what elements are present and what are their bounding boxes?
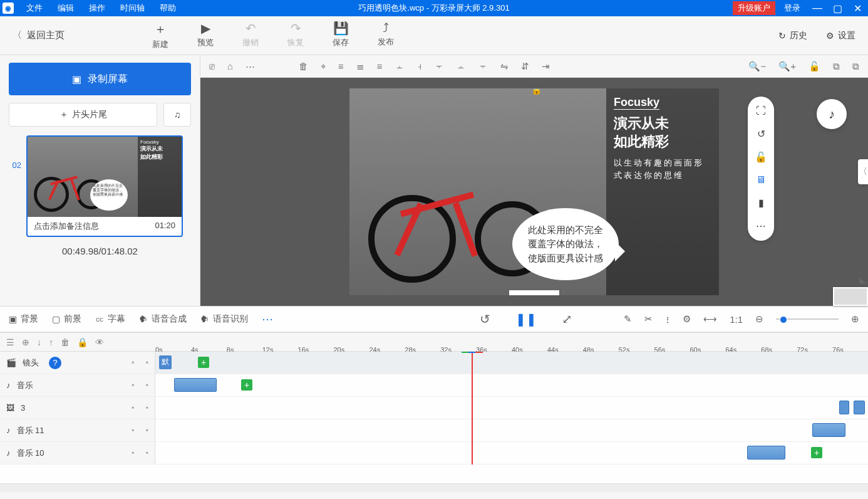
minimize-button[interactable]: —	[809, 3, 825, 14]
timeline-scrollbar[interactable]	[0, 483, 868, 492]
panel-expand-icon[interactable]: ◣	[859, 275, 868, 283]
pause-button[interactable]: ❚❚	[515, 312, 537, 327]
fullscreen-icon[interactable]: ⛶	[756, 105, 766, 117]
right-panel-toggle[interactable]: 〈	[858, 159, 868, 184]
menu-timeline[interactable]: 时间轴	[113, 3, 152, 14]
anchor-icon[interactable]: ⎚	[209, 61, 215, 71]
action-保存[interactable]: 💾保存	[333, 21, 349, 50]
fg-button[interactable]: ▢前景	[52, 313, 81, 325]
more-dots-icon[interactable]: ⋯	[756, 220, 766, 232]
asr-button[interactable]: 🗣语音识别	[200, 313, 248, 325]
canvas-expand-button[interactable]: ⌄	[509, 290, 559, 295]
close-button[interactable]: ✕	[849, 3, 865, 14]
add-clip-button[interactable]: +	[196, 354, 212, 370]
rotate-icon[interactable]: ↺	[757, 128, 765, 140]
timeline-clip[interactable]	[174, 378, 217, 392]
maximize-button[interactable]: ▢	[829, 3, 845, 14]
track-label[interactable]: ♪音乐••	[0, 374, 155, 396]
track-keyframe-dot[interactable]: •	[132, 403, 135, 412]
adjust-tool-icon[interactable]: ⚙	[683, 313, 691, 325]
tl-trash-icon[interactable]: 🗑	[61, 337, 70, 347]
desktop-view-icon[interactable]: 🖥	[756, 174, 766, 186]
track-keyframe-dot[interactable]: •	[145, 403, 148, 412]
track-keyframe-dot[interactable]: •	[132, 426, 135, 435]
align-middle-icon[interactable]: ⫞	[417, 61, 422, 71]
record-screen-button[interactable]: ▣ 录制屏幕	[9, 63, 191, 95]
timeline-clip[interactable]	[854, 401, 865, 414]
copy-icon[interactable]: ⧉	[833, 61, 840, 72]
tl-eye-icon[interactable]: 👁	[95, 337, 104, 347]
track-content[interactable]: +	[155, 374, 868, 396]
paste-icon[interactable]: ⧉	[852, 61, 859, 72]
tl-collapse-icon[interactable]: ☰	[6, 337, 14, 347]
minimap-thumbnail[interactable]	[833, 287, 868, 306]
track-content[interactable]	[155, 397, 868, 419]
default-marker[interactable]: 默	[159, 355, 172, 369]
speech-bubble[interactable]: 此处采用的不完全覆盖字体的做法，使版面更具设计感	[512, 208, 619, 281]
track-keyframe-dot[interactable]: •	[132, 448, 135, 458]
timeline-clip[interactable]	[812, 423, 845, 437]
track-keyframe-dot[interactable]: •	[145, 448, 148, 458]
history-button[interactable]: ↻ 历史	[778, 30, 807, 41]
back-home-button[interactable]: 〈 返回主页	[0, 29, 77, 41]
mobile-view-icon[interactable]: ▮	[758, 197, 764, 209]
align-right-icon[interactable]: ≡	[377, 61, 383, 71]
clip-note[interactable]: 点击添加备注信息	[34, 221, 99, 232]
focus-icon[interactable]: ⌖	[321, 61, 326, 72]
flip-v-icon[interactable]: ⇵	[521, 61, 529, 72]
align-top-icon[interactable]: ⫠	[395, 61, 405, 71]
track-content[interactable]: 默+	[155, 352, 868, 374]
zoom-out-icon[interactable]: 🔍−	[748, 61, 766, 72]
track-content[interactable]: +	[155, 442, 868, 464]
caption-button[interactable]: ㏄字幕	[95, 313, 125, 325]
timeline-clip[interactable]	[839, 401, 849, 414]
playhead-handle[interactable]	[462, 352, 483, 353]
clip-item[interactable]: 02 Focusky 演示从未 如此精彩 此处采用的不完全覆盖字体的做法，使版面…	[9, 135, 191, 237]
dist-v-icon[interactable]: ⫟	[478, 61, 488, 71]
spacer-icon[interactable]: ⇥	[542, 61, 550, 72]
zoom-slider[interactable]	[776, 318, 839, 320]
dist-h-icon[interactable]: ⫠	[457, 61, 466, 71]
tl-down-icon[interactable]: ↓	[37, 337, 41, 347]
cut-tool-icon[interactable]: ✂	[644, 313, 653, 325]
zoom-in-tl-icon[interactable]: ⊕	[851, 313, 859, 325]
music-button[interactable]: ♫	[163, 103, 191, 127]
track-label[interactable]: ♪音乐 10••	[0, 442, 155, 464]
align-center-icon[interactable]: ≣	[356, 61, 364, 72]
more-icon[interactable]: ⋯	[245, 61, 255, 72]
preview-canvas[interactable]: 🔒 Focusky 演示从未如此精彩 以生动有趣的画面形式表达你的思维 此处采用…	[200, 78, 868, 306]
track-keyframe-dot[interactable]: •	[132, 358, 135, 367]
titles-button[interactable]: ＋ 片头片尾	[9, 103, 157, 127]
tl-add-icon[interactable]: ⊕	[22, 337, 29, 347]
menu-file[interactable]: 文件	[19, 3, 50, 14]
fit-width-icon[interactable]: ⟷	[703, 313, 717, 325]
rewind-button[interactable]: ↺	[480, 312, 490, 327]
action-发布[interactable]: ⤴发布	[378, 21, 394, 50]
filter-tool-icon[interactable]: ⫶	[665, 314, 670, 325]
track-keyframe-dot[interactable]: •	[132, 381, 135, 390]
tl-up-icon[interactable]: ↑	[49, 337, 53, 347]
tl-lock-icon[interactable]: 🔒	[77, 337, 88, 347]
track-label[interactable]: 🎬镜头?••	[0, 352, 155, 374]
lock-icon[interactable]: 🔓	[809, 61, 820, 72]
track-keyframe-dot[interactable]: •	[145, 358, 148, 367]
edit-tool-icon[interactable]: ✎	[624, 313, 632, 325]
track-label[interactable]: 🖼3••	[0, 397, 155, 419]
add-clip-button[interactable]: +	[239, 377, 254, 392]
menu-action[interactable]: 操作	[81, 3, 113, 14]
action-预览[interactable]: ▶预览	[197, 21, 214, 50]
menu-help[interactable]: 帮助	[152, 3, 183, 14]
element-lock-icon[interactable]: 🔒	[531, 88, 542, 95]
home-icon[interactable]: ⌂	[227, 61, 233, 71]
upgrade-button[interactable]: 升级账户	[733, 1, 775, 15]
settings-button[interactable]: ⚙ 设置	[826, 30, 855, 41]
menu-edit[interactable]: 编辑	[50, 3, 81, 14]
more-tools-button[interactable]: ⋯	[262, 312, 273, 326]
unlock-icon[interactable]: 🔓	[755, 151, 767, 163]
track-label[interactable]: ♪音乐 11••	[0, 419, 155, 441]
fullscreen-play-button[interactable]: ⤢	[562, 312, 572, 327]
trash-icon[interactable]: 🗑	[299, 61, 308, 71]
zoom-in-icon[interactable]: 🔍+	[778, 61, 796, 72]
flip-h-icon[interactable]: ⇋	[500, 61, 509, 72]
clip-thumbnail[interactable]: Focusky 演示从未 如此精彩 此处采用的不完全覆盖字体的做法，使版面更具设…	[28, 137, 182, 217]
